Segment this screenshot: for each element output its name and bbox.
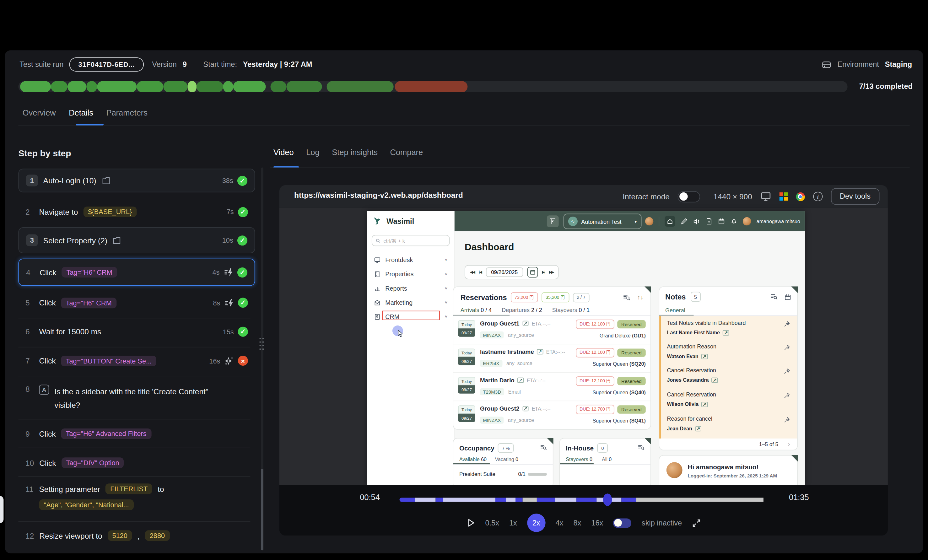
interact-mode-toggle[interactable] <box>678 191 701 202</box>
progress-segment[interactable] <box>20 81 51 92</box>
note-author[interactable]: Watson Evan↗ <box>667 353 708 359</box>
tab-log[interactable]: Log <box>306 148 319 157</box>
tab-overview[interactable]: Overview <box>23 108 56 117</box>
skip-start-icon[interactable]: |◀ <box>479 270 482 275</box>
note-item[interactable]: Test Notes visible in Dashboard Last Nam… <box>659 317 797 341</box>
drawer-handle[interactable] <box>0 496 3 523</box>
progress-segment[interactable] <box>395 81 467 92</box>
progress-segment[interactable] <box>327 81 394 92</box>
step-row-3[interactable]: 3 Select Property (2) 10s✓ <box>18 227 255 253</box>
mini-avatar[interactable] <box>645 217 653 225</box>
step-row-5[interactable]: 5 Click Tag="H6" CRM 8s ✓ <box>18 291 255 314</box>
tab-all[interactable]: All 0 <box>602 456 612 462</box>
guest-name[interactable]: Martin Dario <box>480 377 514 384</box>
timeline-segment[interactable] <box>495 497 506 502</box>
calendar-icon[interactable] <box>718 218 725 225</box>
filter-search-icon[interactable] <box>770 293 778 301</box>
guest-name[interactable]: lastname firstname <box>480 348 534 355</box>
step-row-11[interactable]: 11 Setting parameter FILTERLIST to "Age"… <box>18 480 255 510</box>
step-row-9[interactable]: 9 Click Tag="H6" Advanced Filters <box>18 423 255 444</box>
calendar-picker-icon[interactable] <box>527 267 538 278</box>
app-search-input[interactable]: ctrl/⌘ + k <box>372 235 450 246</box>
calendar-icon[interactable] <box>784 293 791 301</box>
timeline-segment[interactable] <box>515 497 523 502</box>
speed-0.5x[interactable]: 0.5x <box>485 519 499 527</box>
guest-name[interactable]: Group Guest1 <box>480 320 520 327</box>
timeline-segment[interactable] <box>400 497 415 502</box>
progress-segment[interactable] <box>67 81 86 92</box>
external-link-icon[interactable]: ↗ <box>522 406 529 411</box>
progress-segment[interactable] <box>86 81 97 92</box>
play-icon[interactable] <box>467 518 475 527</box>
timeline-segment[interactable] <box>443 497 495 502</box>
sidebar-item-properties[interactable]: Properties ˅ <box>367 267 455 281</box>
windows-icon[interactable] <box>780 192 788 201</box>
design-icon[interactable] <box>681 218 688 225</box>
external-link-icon[interactable]: ↗ <box>517 378 524 383</box>
tab-details[interactable]: Details <box>69 108 93 117</box>
progress-segment[interactable] <box>188 81 197 92</box>
external-link-icon[interactable]: ↗ <box>522 321 529 326</box>
reservation-row[interactable]: Today09/27 lastname firstname↗ETA:--:-- … <box>453 344 650 372</box>
tab-parameters[interactable]: Parameters <box>106 108 148 117</box>
sort-icon[interactable]: ↑↓ <box>637 294 643 301</box>
progress-bar[interactable] <box>18 81 847 92</box>
progress-segment[interactable] <box>163 81 188 92</box>
pin-icon[interactable] <box>784 417 790 423</box>
timeline-scrubber[interactable] <box>400 497 763 502</box>
timeline-segment[interactable] <box>506 497 515 502</box>
note-item[interactable]: Cancel Reservation Wilson Olivia↗ <box>659 389 797 413</box>
progress-segment[interactable] <box>137 81 163 92</box>
step-row-2[interactable]: 2 Navigate to ${BASE_URL} 7s✓ <box>18 201 255 223</box>
tab-general[interactable]: General <box>665 307 685 314</box>
progress-segment[interactable] <box>286 81 322 92</box>
tab-available[interactable]: Available 60 <box>459 456 487 462</box>
panel-resize-handle[interactable] <box>259 337 265 350</box>
document-add-icon[interactable] <box>706 218 713 225</box>
tab-step-insights[interactable]: Step insights <box>332 148 378 157</box>
step-row-6[interactable]: 6 Wait for 15000 ms 15s✓ <box>18 321 255 343</box>
progress-segment[interactable] <box>233 81 266 92</box>
note-item[interactable]: Automation Reason Watson Evan↗ <box>659 341 797 365</box>
step-row-8[interactable]: 8 A Is the a sidebar with the title 'Cre… <box>18 379 255 417</box>
home-icon[interactable] <box>665 216 676 227</box>
megaphone-icon[interactable] <box>693 218 701 225</box>
timeline-segment[interactable] <box>436 497 443 502</box>
devtools-button[interactable]: Dev tools <box>831 188 880 204</box>
note-author[interactable]: Last Name First Name↗ <box>667 330 729 336</box>
tab-video[interactable]: Video <box>273 148 294 157</box>
pin-icon[interactable] <box>784 344 790 351</box>
pin-icon[interactable] <box>784 392 790 399</box>
reservation-row[interactable]: Today09/27 Group Guest2↗ETA:--:-- MINZAX… <box>453 401 650 429</box>
external-link-icon[interactable]: ↗ <box>723 330 729 335</box>
speed-8x[interactable]: 8x <box>573 519 581 527</box>
tab-departures[interactable]: Departures 2 / 2 <box>502 307 542 313</box>
external-link-icon[interactable]: ↗ <box>702 401 708 407</box>
app-video-frame[interactable]: ∿ Automation Test ▾ amanogawa mitsuo ctr… <box>367 211 805 485</box>
pin-icon[interactable] <box>784 368 790 375</box>
progress-segment[interactable] <box>97 81 137 92</box>
timeline-segment[interactable] <box>523 497 537 502</box>
progress-segment[interactable] <box>223 81 233 92</box>
progress-segment[interactable] <box>271 81 287 92</box>
note-item[interactable]: Cancel Reservation Jones Cassandra↗ <box>659 365 797 389</box>
step-row-7[interactable]: 7 Click Tag="BUTTON" Create Se... 16s × <box>18 350 255 372</box>
timeline-segment[interactable] <box>577 497 597 502</box>
tab-stayovers[interactable]: Stayovers 0 / 1 <box>552 307 590 313</box>
step-row-12[interactable]: 12 Resize viewport to 5120 , 2880 <box>18 525 255 546</box>
reservation-row[interactable]: Today09/27 Group Guest1↗ETA:--:-- MINZAX… <box>453 316 650 344</box>
timeline-segment[interactable] <box>636 497 763 502</box>
speed-1x[interactable]: 1x <box>509 519 517 527</box>
progress-segment[interactable] <box>51 81 67 92</box>
tab-vacating[interactable]: Vacating 0 <box>495 456 518 462</box>
fast-forward-icon[interactable]: ▶▶ <box>549 270 554 275</box>
external-link-icon[interactable]: ↗ <box>701 354 708 359</box>
skip-inactive-toggle[interactable] <box>613 518 631 527</box>
sidebar-collapse-icon[interactable] <box>547 215 559 227</box>
timeline-segment[interactable] <box>537 497 555 502</box>
filter-search-icon[interactable] <box>623 293 630 301</box>
user-name[interactable]: amanogawa mitsuo <box>757 218 800 224</box>
guest-name[interactable]: Group Guest2 <box>480 405 520 412</box>
external-link-icon[interactable]: ↗ <box>712 377 718 383</box>
filter-search-icon[interactable] <box>540 444 547 451</box>
